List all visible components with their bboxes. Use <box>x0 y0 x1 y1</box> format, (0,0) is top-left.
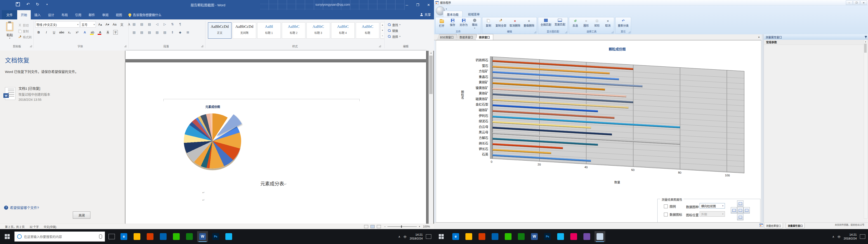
ribbon-button-输出[interactable]: 输出▾ <box>471 19 478 29</box>
line-spacing-icon[interactable]: ⇕ <box>169 29 176 35</box>
ribbon-button-保存[interactable]: 保存 <box>449 19 456 29</box>
tab-插入[interactable]: 插入 <box>31 10 44 20</box>
style-item-标题 3[interactable]: AaBbC标题 3 <box>307 22 330 39</box>
ribbon-button-重新分类[interactable]: ↶重新分类 <box>618 19 629 29</box>
styles-gallery-scrollbar[interactable]: ▲▼≡ <box>380 22 384 39</box>
ribbon-button-另存为[interactable]: 另存为 <box>460 19 468 29</box>
ribbon-tab-视域菜单[interactable]: 视域菜单 <box>464 11 483 18</box>
scroll-up-icon[interactable]: ▲ <box>429 51 433 55</box>
font-name-combo[interactable]: 等线 (中文正文)▾ <box>35 21 80 28</box>
italic-icon[interactable]: I <box>43 29 50 35</box>
text-effects-icon[interactable]: A <box>81 29 88 35</box>
doc-tab-图表窗口[interactable]: 图表窗口 <box>475 34 493 40</box>
wechat-icon[interactable] <box>503 231 514 242</box>
photoshop-icon[interactable]: Ps <box>542 231 553 242</box>
tab-开始[interactable]: 开始 <box>17 10 31 20</box>
icon-position-combo[interactable]: 外侧▾ <box>700 211 725 217</box>
share-button[interactable]: 共享 <box>420 12 431 17</box>
font-size-combo[interactable]: 五号▾ <box>81 21 96 28</box>
zoom-level[interactable]: 100% <box>423 225 430 228</box>
video-icon[interactable] <box>581 231 592 242</box>
document-scrollbar[interactable]: ▲ <box>429 51 433 224</box>
tab-引用[interactable]: 引用 <box>71 10 85 20</box>
tab-审阅[interactable]: 审阅 <box>98 10 112 20</box>
photoshop-icon[interactable]: Ps <box>210 231 221 242</box>
taskbar-clock[interactable]: 14:21 2018/2/24 <box>410 233 423 240</box>
style-item-标题 1[interactable]: AaBl标题 1 <box>257 22 281 39</box>
character-shading-icon[interactable]: A <box>104 29 111 35</box>
zoom-slider[interactable] <box>388 226 417 227</box>
dock-tab-测量结果窗口[interactable]: 测量结果窗口 <box>764 223 783 228</box>
recovery-question-link[interactable]: 希望保留哪个文件? <box>10 205 39 210</box>
style-item-标题 2[interactable]: AaBbC标题 2 <box>282 22 305 39</box>
store-icon[interactable] <box>476 231 487 242</box>
language-indicator[interactable]: 中文(中国) <box>43 225 56 228</box>
tab-文件[interactable]: 文件 <box>2 10 17 20</box>
phonetic-guide-icon[interactable]: 文 <box>119 22 125 27</box>
browser-icon[interactable] <box>184 231 195 242</box>
repeat-icon[interactable]: ↻ <box>35 2 40 7</box>
dialog-launcher-icon[interactable] <box>612 31 613 33</box>
dock-top-button[interactable] <box>737 201 743 207</box>
style-item-正文[interactable]: AaBbCcDd正文 <box>208 22 231 39</box>
maximize-button[interactable]: ❐ <box>853 0 860 5</box>
start-button[interactable] <box>434 229 448 244</box>
pilcrow-icon[interactable]: ¶ <box>177 21 184 27</box>
legend-checkbox-row[interactable]: 图例 <box>664 204 676 209</box>
undo-icon[interactable]: ↶ <box>25 2 31 7</box>
align-right-icon[interactable]: ▤ <box>146 29 153 35</box>
account-email[interactable]: sunyiyongyuan@qq.com <box>315 3 350 6</box>
action-center-icon[interactable] <box>860 234 865 239</box>
customize-quick-access-icon[interactable]: ▾ <box>44 3 50 6</box>
dock-fill-button[interactable] <box>737 207 743 214</box>
enclose-characters-icon[interactable]: 字 <box>112 29 119 35</box>
ribbon-tab-基本功能[interactable]: 基本功能 <box>443 11 463 18</box>
report-app-icon[interactable] <box>594 231 605 242</box>
dialog-launcher-icon[interactable] <box>565 31 567 33</box>
page-indicator[interactable]: 第 2 页，共 2 页 <box>5 225 25 228</box>
multilevel-list-icon[interactable]: ▤ <box>146 21 153 27</box>
clipboard-item-复制[interactable]: 复制 <box>18 28 32 34</box>
shrink-font-icon[interactable]: A▾ <box>104 22 111 27</box>
bold-icon[interactable]: B <box>35 29 42 35</box>
read-mode-icon[interactable] <box>364 225 368 228</box>
paste-button[interactable]: 粘贴 ▾ <box>3 22 16 43</box>
ribbon-button-取消[interactable]: ×取消 <box>604 19 612 29</box>
property-scrollbar[interactable]: ▲ <box>864 40 868 219</box>
zoom-in-button[interactable]: + <box>418 225 420 228</box>
dock-left-button[interactable] <box>731 207 737 214</box>
scrollbar-thumb[interactable] <box>864 43 867 53</box>
browser-icon[interactable] <box>516 231 527 242</box>
underline-icon[interactable]: U <box>51 29 57 35</box>
chart-kind-combo[interactable]: 横向柱状图▾ <box>700 203 725 209</box>
paste-dropdown-arrow[interactable]: ▾ <box>3 37 16 39</box>
dock-right-button[interactable] <box>743 207 750 214</box>
print-layout-icon[interactable] <box>370 225 375 228</box>
save-icon[interactable] <box>16 2 21 6</box>
input-method-indicator[interactable]: 中 <box>403 235 406 239</box>
marker-checkbox-row[interactable]: 数据图标 <box>664 212 682 217</box>
distribute-icon[interactable]: ▤ <box>161 29 168 35</box>
clipboard-item-格式刷[interactable]: 格式刷 <box>18 34 32 40</box>
ribbon-button-取消删除[interactable]: ×取消删除 <box>509 19 520 29</box>
bullets-icon[interactable]: ▤ <box>131 21 137 27</box>
highlight-color-icon[interactable]: ab <box>89 29 96 35</box>
grow-font-icon[interactable]: A▴ <box>97 22 103 27</box>
font-dialog-launcher-icon[interactable] <box>124 45 126 47</box>
font-color-icon[interactable]: A <box>97 29 103 35</box>
panel-splitter[interactable] <box>762 34 764 222</box>
clipboard-dialog-launcher-icon[interactable] <box>30 45 32 47</box>
start-button[interactable] <box>0 229 14 244</box>
doc-tab-BSE图窗口[interactable]: BSE图窗口 <box>437 34 457 40</box>
qq-icon[interactable] <box>555 231 566 242</box>
taskbar-search[interactable]: 在这里输入你要搜索的内容 <box>14 232 105 242</box>
music-icon[interactable] <box>568 231 579 242</box>
ribbon-button-打开[interactable]: 打开 <box>438 19 445 29</box>
ribbon-button-矩形[interactable]: □矩形 <box>593 19 601 29</box>
data-marker-checkbox[interactable] <box>664 213 668 216</box>
numbering-icon[interactable]: ▤ <box>138 21 145 27</box>
word-icon[interactable]: W <box>197 231 208 242</box>
doc-tab-数据表窗口[interactable]: 数据表窗口 <box>456 34 476 40</box>
web-layout-icon[interactable] <box>377 225 381 228</box>
qq-icon[interactable] <box>223 231 234 242</box>
